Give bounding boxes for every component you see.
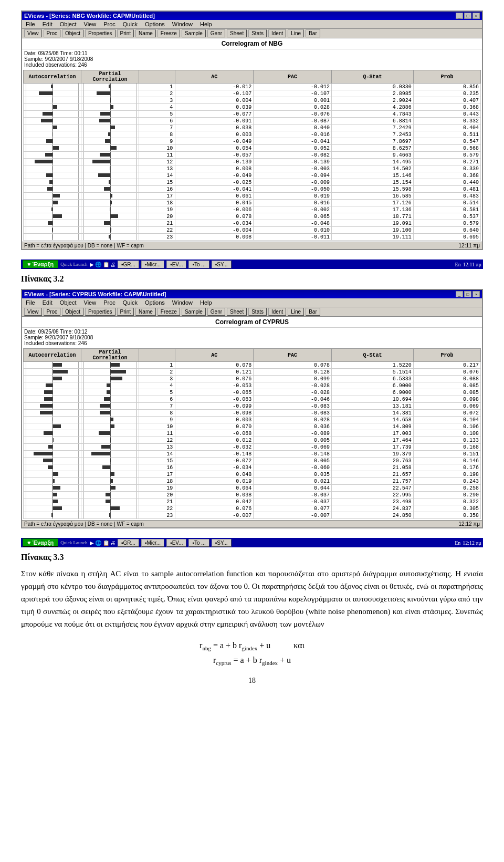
menu-proc-1[interactable]: Proc [102, 20, 117, 28]
taskbar-sy-1[interactable]: ▪SY... [212, 261, 232, 268]
taskbar-gr-2[interactable]: ▪GR... [118, 539, 139, 547]
tb-ident-1[interactable]: Ident [268, 29, 286, 37]
toolbar-2: View Proc Object Properties Print Name F… [22, 307, 482, 317]
menu-view-2[interactable]: View [82, 299, 98, 306]
menu-object-2[interactable]: Object [58, 299, 78, 306]
table-row: 4-0.053-0.0286.90000.085 [24, 382, 481, 389]
formula-section: rnbg = a + b rgindex + u και rcyprus = a… [21, 641, 483, 666]
tb-freeze-1[interactable]: Freeze [158, 29, 180, 37]
table-row: 15-0.025-0.00915.1540.440 [24, 179, 481, 186]
table-row: 12-0.139-0.13914.4950.271 [24, 159, 481, 165]
taskbar-gr-1[interactable]: ▪GR... [118, 261, 139, 268]
table-row: 180.0190.02121.7570.243 [24, 478, 481, 485]
table-row: 230.008-0.01119.1110.695 [24, 234, 481, 241]
menu-options-1[interactable]: Options [143, 20, 166, 28]
tb-stats-1[interactable]: Stats [248, 29, 267, 37]
page-number: 18 [21, 677, 483, 685]
tb-line-2[interactable]: Line [288, 308, 304, 316]
tb-bar-1[interactable]: Bar [306, 29, 320, 37]
tb-view-1[interactable]: View [24, 29, 42, 37]
menu-object-1[interactable]: Object [58, 20, 78, 28]
tb-name-1[interactable]: Name [135, 29, 156, 37]
status-time-2: 12:12 πμ [459, 521, 480, 527]
menu-view-1[interactable]: View [82, 20, 98, 28]
tb-print-1[interactable]: Print [117, 29, 134, 37]
formula2-sub-lhs: cyprus [216, 660, 231, 666]
window-controls-2[interactable]: _ □ × [456, 291, 480, 297]
formula2-sub-rhs: gindex [262, 660, 278, 666]
taskbar-ev-2[interactable]: ▪EV... [166, 539, 186, 547]
correlogram-content-2: Autocorrelation Partial Correlation AC P… [22, 347, 482, 520]
col-num-1 [139, 70, 175, 84]
tb-ident-2[interactable]: Ident [268, 308, 286, 316]
taskbar-to-2[interactable]: ▪To ... [188, 539, 209, 547]
minimize-btn-2[interactable]: _ [456, 291, 463, 297]
close-btn-2[interactable]: × [472, 291, 480, 297]
tb-genr-2[interactable]: Genr [207, 308, 225, 316]
start-button-2[interactable]: ♥ Έναρξη [23, 538, 58, 547]
tb-bar-2[interactable]: Bar [306, 308, 320, 316]
menu-proc-2[interactable]: Proc [102, 299, 117, 306]
menu-quick-2[interactable]: Quick [121, 299, 139, 306]
maximize-btn-2[interactable]: □ [464, 291, 471, 297]
taskbar-sy-2[interactable]: ▪SY... [212, 539, 232, 547]
taskbar-ev-1[interactable]: ▪EV... [166, 261, 186, 268]
table-row: 19-0.006-0.00217.1360.581 [24, 206, 481, 213]
window-controls-1[interactable]: _ □ × [456, 13, 480, 19]
tray-icons-1: ▶ 🌐 📋 🖨 [90, 262, 116, 267]
taskbar-micr-2[interactable]: ▪Micr... [141, 539, 164, 547]
tb-freeze-2[interactable]: Freeze [158, 308, 180, 316]
table-row: 1-0.012-0.0120.03300.856 [24, 84, 481, 90]
menu-window-1[interactable]: Window [171, 20, 194, 28]
tb-object-1[interactable]: Object [62, 29, 83, 37]
tb-name-2[interactable]: Name [135, 308, 156, 316]
tb-properties-2[interactable]: Properties [85, 308, 116, 316]
tb-line-1[interactable]: Line [288, 29, 304, 37]
taskbar-time-2: 12:12 πμ [463, 540, 481, 546]
menu-window-2[interactable]: Window [171, 299, 194, 306]
maximize-btn-1[interactable]: □ [464, 13, 471, 19]
tb-proc-2[interactable]: Proc [44, 308, 61, 316]
table-row: 30.0040.0012.90240.407 [24, 97, 481, 104]
tb-sheet-1[interactable]: Sheet [227, 29, 247, 37]
formula2-lhs: rcyprus [213, 656, 232, 664]
close-btn-1[interactable]: × [472, 13, 480, 19]
menu-edit-1[interactable]: Edit [41, 20, 54, 28]
quick-launch-label-1: Quick Launch [60, 262, 87, 267]
table-row: 90.0030.02814.6580.104 [24, 417, 481, 423]
menu-help-1[interactable]: Help [198, 20, 214, 28]
menu-edit-2[interactable]: Edit [41, 299, 54, 306]
table-row: 20.1210.1285.15140.076 [24, 369, 481, 376]
tb-properties-1[interactable]: Properties [85, 29, 116, 37]
menu-options-2[interactable]: Options [143, 299, 166, 306]
main-paragraph: Στον κάθε πίνακα η στήλη AC είναι το sam… [21, 567, 483, 630]
menubar-2: File Edit Object View Proc Quick Options… [22, 298, 482, 307]
tb-object-2[interactable]: Object [62, 308, 83, 316]
taskbar-micr-1[interactable]: ▪Micr... [141, 261, 164, 268]
status-time-1: 12:11 πμ [459, 243, 480, 248]
table-row: 220.0760.07724.8370.305 [24, 505, 481, 512]
tb-sample-1[interactable]: Sample [182, 29, 206, 37]
tb-print-2[interactable]: Print [117, 308, 134, 316]
formula1-eq: = a + b rgindex + u [213, 641, 270, 650]
info-date-2: Date: 09/25/08 Time: 00:12 [24, 329, 480, 335]
tb-genr-1[interactable]: Genr [207, 29, 225, 37]
tb-view-2[interactable]: View [24, 308, 42, 316]
minimize-btn-1[interactable]: _ [456, 13, 463, 19]
menu-file-1[interactable]: File [24, 20, 37, 28]
menu-quick-1[interactable]: Quick [121, 20, 139, 28]
menu-file-2[interactable]: File [24, 299, 37, 306]
menu-help-2[interactable]: Help [198, 299, 214, 306]
start-button-1[interactable]: ♥ Έναρξη [23, 260, 58, 268]
col-ac-1: AC [175, 70, 254, 84]
table-row: 14-0.049-0.09415.1460.368 [24, 172, 481, 179]
table-row: 7-0.099-0.08313.1810.069 [24, 403, 481, 410]
tb-stats-2[interactable]: Stats [248, 308, 267, 316]
taskbar-to-1[interactable]: ▪To ... [188, 261, 209, 268]
table-row: 21-0.034-0.04819.0910.579 [24, 220, 481, 227]
table-row: 40.0390.0284.28860.368 [24, 104, 481, 111]
tb-proc-1[interactable]: Proc [44, 29, 61, 37]
tb-sheet-2[interactable]: Sheet [227, 308, 247, 316]
tb-sample-2[interactable]: Sample [182, 308, 206, 316]
title-bar-1: EViews - [Series: NBG Workfile: CAPM\Unt… [22, 12, 482, 20]
